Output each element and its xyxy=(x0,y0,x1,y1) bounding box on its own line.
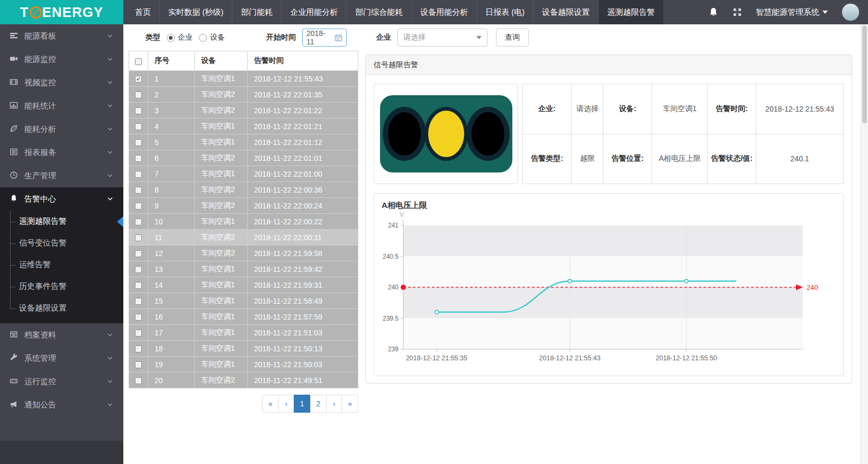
select-all-checkbox[interactable] xyxy=(135,58,142,65)
row-checkbox[interactable] xyxy=(135,139,142,146)
nav-item-5[interactable]: 部门综合能耗 xyxy=(346,0,411,24)
table-row[interactable]: 15车间空调12018-11-22 21:58:49 xyxy=(129,293,358,309)
row-checkbox[interactable] xyxy=(135,76,142,83)
row-checkbox[interactable] xyxy=(135,377,142,384)
sidebar-item-5[interactable]: 能耗分析 xyxy=(0,117,123,141)
table-row[interactable]: 8车间空调22018-11-22 22:00:36 xyxy=(129,182,358,198)
sidebar-item-4[interactable]: 能耗统计 xyxy=(0,94,123,117)
row-checkbox[interactable] xyxy=(135,219,142,225)
row-checkbox-cell xyxy=(129,71,148,87)
sidebar-item-11[interactable]: 运行监控 xyxy=(0,370,123,393)
row-checkbox[interactable] xyxy=(135,92,142,98)
nav-item-2[interactable]: 实时数据 (秒级) xyxy=(159,0,232,24)
table-row[interactable]: 5车间空调12018-11-22 22:01:12 xyxy=(129,134,358,150)
chevron-down-icon xyxy=(106,354,114,362)
system-title-dropdown[interactable]: 智慧能源管理系统 xyxy=(756,7,828,17)
sidebar-item-3[interactable]: 视频监控 xyxy=(0,71,123,94)
nav-item-4[interactable]: 企业用能分析 xyxy=(281,0,346,24)
table-row[interactable]: 4车间空调12018-11-22 22:01:21 xyxy=(129,119,358,134)
table-row[interactable]: 6车间空调22018-11-22 22:01:01 xyxy=(129,150,358,166)
row-checkbox[interactable] xyxy=(135,250,142,257)
sidebar-subitem-3[interactable]: 运维告警 xyxy=(0,254,123,276)
logo-text-left: T xyxy=(20,4,29,21)
nav-item-9[interactable]: 遥测越限告警 xyxy=(598,0,663,24)
row-checkbox[interactable] xyxy=(135,155,142,162)
page-1[interactable]: 1 xyxy=(294,395,311,413)
table-row[interactable]: 17车间空调12018-11-22 21:51:03 xyxy=(129,325,358,341)
chevron-down-icon xyxy=(106,172,114,179)
sidebar-subitem-2[interactable]: 信号变位告警 xyxy=(0,232,123,254)
nav-item-7[interactable]: 日报表 (电) xyxy=(476,0,533,24)
alarm-table: 序号设备告警时间 1车间空调12018-12-12 21:55:432车间空调2… xyxy=(129,51,358,388)
row-checkbox[interactable] xyxy=(135,234,142,241)
info-value: 240.1 xyxy=(756,134,844,184)
table-row[interactable]: 18车间空调12018-11-22 21:50:13 xyxy=(129,341,358,357)
page-first[interactable]: « xyxy=(262,395,279,413)
notification-bell-icon[interactable] xyxy=(708,7,719,17)
radio-label: 设备 xyxy=(210,33,225,42)
sidebar-item-1[interactable]: 能源看板 xyxy=(0,24,123,48)
table-row[interactable]: 16车间空调12018-11-22 21:57:59 xyxy=(129,309,358,325)
row-checkbox[interactable] xyxy=(135,298,142,305)
start-time-input[interactable]: 2018-11 xyxy=(302,29,347,47)
page-next[interactable]: › xyxy=(326,395,342,413)
table-row[interactable]: 12车间空调22018-11-22 21:59:58 xyxy=(129,245,358,261)
sidebar-item-label: 告警中心 xyxy=(24,194,56,204)
row-checkbox[interactable] xyxy=(135,266,142,273)
cell-index: 16 xyxy=(148,309,195,325)
table-row[interactable]: 2车间空调22018-11-22 22:01:35 xyxy=(129,87,358,103)
sidebar-item-12[interactable]: 通知公告 xyxy=(0,393,123,416)
sidebar-block-4: 能耗统计 xyxy=(0,94,123,117)
row-checkbox[interactable] xyxy=(135,107,142,114)
table-row[interactable]: 11车间空调22018-11-22 22:00:11 xyxy=(129,230,358,245)
row-checkbox[interactable] xyxy=(135,330,142,336)
row-checkbox[interactable] xyxy=(135,187,142,194)
svg-text:239.5: 239.5 xyxy=(383,315,399,322)
sidebar-item-9[interactable]: 档案资料 xyxy=(0,323,123,347)
row-checkbox[interactable] xyxy=(135,203,142,210)
sidebar-item-10[interactable]: 系统管理 xyxy=(0,347,123,370)
row-checkbox[interactable] xyxy=(135,282,142,289)
table-row[interactable]: 3车间空调22018-11-22 22:01:22 xyxy=(129,103,358,119)
leaf-icon xyxy=(10,124,18,134)
alarm-info-table: 企业:请选择设备:车间空调1告警时间:2018-12-12 21:55:43告警… xyxy=(522,84,844,184)
table-row[interactable]: 1车间空调12018-12-12 21:55:43 xyxy=(129,71,358,87)
sidebar-subitem-1[interactable]: 遥测越限告警 xyxy=(0,211,123,232)
table-row[interactable]: 9车间空调22018-11-22 22:00:24 xyxy=(129,198,358,214)
scrollbar-thumb[interactable] xyxy=(862,25,867,123)
nav-item-1[interactable]: 首页 xyxy=(126,0,159,24)
type-radio-2[interactable]: 设备 xyxy=(199,33,225,42)
nav-item-8[interactable]: 设备越限设置 xyxy=(533,0,598,24)
nav-item-6[interactable]: 设备用能分析 xyxy=(411,0,476,24)
sidebar-item-6[interactable]: 报表服务 xyxy=(0,141,123,164)
page-last[interactable]: » xyxy=(341,395,358,413)
nav-item-3[interactable]: 部门能耗 xyxy=(232,0,281,24)
table-row[interactable]: 20车间空调22018-11-22 21:49:51 xyxy=(129,372,358,388)
query-button[interactable]: 查询 xyxy=(496,29,529,47)
cell-index: 19 xyxy=(148,357,195,372)
sidebar-item-2[interactable]: 能源监控 xyxy=(0,48,123,71)
row-checkbox[interactable] xyxy=(135,361,142,368)
table-row[interactable]: 10车间空调12018-11-22 22:00:22 xyxy=(129,214,358,230)
row-checkbox[interactable] xyxy=(135,314,142,321)
table-row[interactable]: 19车间空调12018-11-22 21:50:03 xyxy=(129,357,358,372)
sidebar-item-7[interactable]: 生产管理 xyxy=(0,164,123,187)
type-radio-1[interactable]: 企业 xyxy=(167,33,193,42)
row-checkbox[interactable] xyxy=(135,171,142,178)
start-time-label: 开始时间 xyxy=(266,33,296,42)
sidebar-subitem-5[interactable]: 设备越限设置 xyxy=(0,297,123,319)
row-checkbox[interactable] xyxy=(135,345,142,352)
page-2[interactable]: 2 xyxy=(310,395,327,413)
table-row[interactable]: 13车间空调12018-11-22 21:59:42 xyxy=(129,261,358,277)
sidebar-item-8[interactable]: 告警中心 xyxy=(0,187,123,211)
table-row[interactable]: 14车间空调12018-11-22 21:59:31 xyxy=(129,277,358,293)
table-row[interactable]: 7车间空调12018-11-22 22:01:00 xyxy=(129,166,358,182)
info-value: 请选择 xyxy=(572,84,603,134)
company-select[interactable]: 请选择 xyxy=(397,29,487,47)
fullscreen-icon[interactable] xyxy=(733,7,742,17)
company-select-value: 请选择 xyxy=(403,33,426,42)
user-avatar[interactable] xyxy=(842,3,860,21)
sidebar-subitem-4[interactable]: 历史事件告警 xyxy=(0,276,123,297)
page-prev[interactable]: ‹ xyxy=(278,395,294,413)
row-checkbox[interactable] xyxy=(135,123,142,130)
